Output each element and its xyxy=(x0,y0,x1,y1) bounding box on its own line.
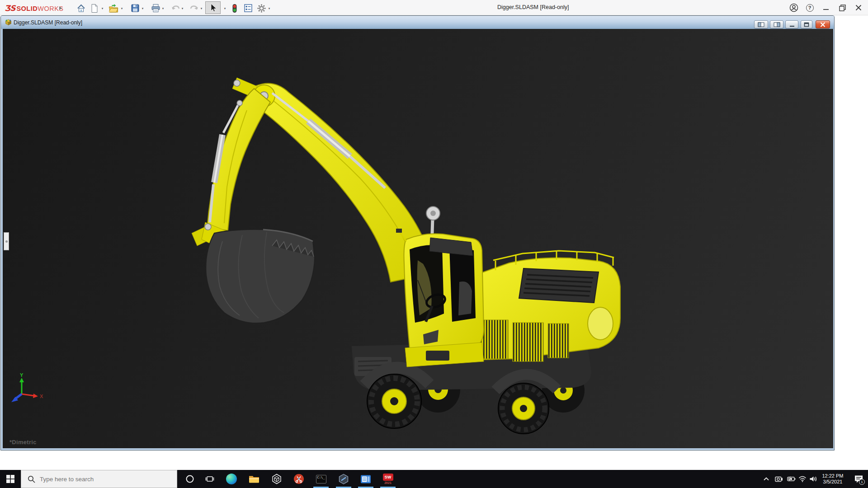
document-title: Digger.SLDASM [Read-only] xyxy=(14,19,82,26)
cab xyxy=(396,229,484,367)
notification-count-badge: 1 xyxy=(859,479,865,485)
solidworks-app-icon: SW 2021 xyxy=(383,474,393,484)
clock-time: 12:22 PM xyxy=(822,473,843,479)
tray-wifi-button[interactable] xyxy=(797,470,808,488)
pane-left-icon xyxy=(758,22,764,27)
properties-button[interactable] xyxy=(243,3,254,14)
document-restore-button[interactable] xyxy=(801,20,812,28)
redo-button-disabled[interactable] xyxy=(189,3,200,14)
undo-icon xyxy=(171,4,180,12)
excavator-model-digger xyxy=(3,29,833,448)
graphics-viewport-3d[interactable]: Y X *Dimetric xyxy=(3,29,833,448)
undo-dropdown[interactable]: ▾ xyxy=(180,6,185,11)
document-minimize-button[interactable] xyxy=(785,20,798,28)
document-restore-icon xyxy=(804,22,809,27)
windows-taskbar: C:\_ SW 2021 xyxy=(0,470,868,488)
tray-battery-button[interactable] xyxy=(785,470,797,488)
options-button[interactable] xyxy=(256,3,267,14)
taskbar-hexagon-app-button[interactable] xyxy=(334,470,354,488)
notification-center-button[interactable]: 1 xyxy=(851,470,867,488)
new-document-icon xyxy=(90,4,99,13)
hexagon-app-icon xyxy=(338,474,349,484)
cortana-icon xyxy=(185,474,194,483)
home-button[interactable] xyxy=(75,3,86,14)
new-document-dropdown[interactable]: ▾ xyxy=(100,6,105,11)
app-titlebar: ƷSSOLIDWORKS ▾ ▾ ▾ xyxy=(0,0,868,15)
menu-flyout-arrow-icon[interactable] xyxy=(57,3,64,14)
pane-tab-grip-icon xyxy=(5,240,8,243)
feature-manager-collapsed-tab[interactable] xyxy=(4,232,9,250)
app-window-title: Digger.SLDASM [Read-only] xyxy=(497,4,569,10)
document-close-button[interactable] xyxy=(816,20,830,28)
chevron-up-icon xyxy=(763,476,769,482)
undo-button-disabled[interactable] xyxy=(170,3,181,14)
windows-logo-icon xyxy=(6,475,14,483)
assembly-document-icon xyxy=(5,19,12,26)
task-view-button[interactable] xyxy=(200,470,220,488)
3d-viewer-icon xyxy=(271,474,282,484)
user-account-icon xyxy=(789,3,798,12)
front-wheel xyxy=(367,374,421,428)
document-window: Digger.SLDASM [Read-only] xyxy=(0,15,835,450)
edge-browser-icon xyxy=(226,474,237,484)
help-button[interactable]: ? xyxy=(805,3,815,12)
open-dropdown[interactable]: ▾ xyxy=(119,6,124,11)
taskbar-snip-button[interactable] xyxy=(289,470,309,488)
save-dropdown[interactable]: ▾ xyxy=(140,6,145,11)
bucket xyxy=(206,230,315,323)
taskbar-file-explorer-button[interactable] xyxy=(244,470,264,488)
minimize-icon xyxy=(823,5,829,11)
battery-icon xyxy=(787,476,796,482)
command-prompt-icon: C:\_ xyxy=(316,475,326,483)
select-tool-dropdown[interactable]: ▾ xyxy=(222,6,227,11)
minimize-button[interactable] xyxy=(821,3,831,12)
open-button[interactable] xyxy=(108,3,119,14)
display-pane-right-button[interactable] xyxy=(770,20,783,28)
save-button[interactable] xyxy=(130,3,141,14)
solidworks-logo: ƷSSOLIDWORKS xyxy=(5,4,63,13)
document-minimize-icon xyxy=(789,22,795,27)
rebuild-traffic-light-icon xyxy=(231,4,238,13)
taskbar-solidworks-button[interactable]: SW 2021 xyxy=(378,470,398,488)
orientation-triad[interactable]: Y X xyxy=(10,372,46,408)
home-icon xyxy=(76,4,86,13)
properties-list-icon xyxy=(244,4,253,13)
select-tool-button-active[interactable] xyxy=(205,1,221,14)
task-view-icon xyxy=(205,474,214,483)
rebuild-button[interactable] xyxy=(229,3,240,14)
taskbar-blue-window-app-button[interactable] xyxy=(356,470,376,488)
account-button[interactable] xyxy=(789,3,799,12)
search-input[interactable] xyxy=(40,476,166,483)
taskbar-edge-button[interactable] xyxy=(222,470,241,488)
start-button[interactable] xyxy=(0,470,21,488)
cortana-button[interactable] xyxy=(180,470,200,488)
help-icon: ? xyxy=(806,4,814,12)
taskbar-cmd-button[interactable]: C:\_ xyxy=(311,470,331,488)
taskbar-search-box[interactable] xyxy=(21,470,177,488)
snip-scissors-icon xyxy=(293,474,304,484)
print-button[interactable] xyxy=(150,3,161,14)
gear-icon xyxy=(257,4,266,13)
print-icon xyxy=(151,4,160,13)
stick-arm xyxy=(192,89,270,251)
close-button[interactable] xyxy=(854,3,863,12)
blue-window-app-icon xyxy=(360,474,371,484)
document-titlebar[interactable]: Digger.SLDASM [Read-only] xyxy=(1,16,834,29)
clock-date: 3/5/2021 xyxy=(823,479,843,485)
restore-button[interactable] xyxy=(837,3,847,12)
restore-icon xyxy=(839,5,846,11)
tray-clock[interactable]: 12:22 PM 3/5/2021 xyxy=(816,470,849,488)
open-folder-icon xyxy=(108,4,118,13)
options-dropdown[interactable]: ▾ xyxy=(267,6,272,11)
solidworks-logo-glyph: ƷS xyxy=(5,4,15,13)
print-dropdown[interactable]: ▾ xyxy=(160,6,165,11)
view-orientation-label: *Dimetric xyxy=(9,439,37,446)
tray-show-hidden-icons-button[interactable] xyxy=(760,470,772,488)
display-pane-left-button[interactable] xyxy=(754,20,768,28)
tray-meet-now-button[interactable] xyxy=(773,470,785,488)
redo-dropdown[interactable]: ▾ xyxy=(199,6,204,11)
save-icon xyxy=(131,4,140,13)
new-document-button[interactable] xyxy=(89,3,100,14)
taskbar-3d-viewer-button[interactable] xyxy=(267,470,287,488)
triad-y-label: Y xyxy=(20,372,24,378)
